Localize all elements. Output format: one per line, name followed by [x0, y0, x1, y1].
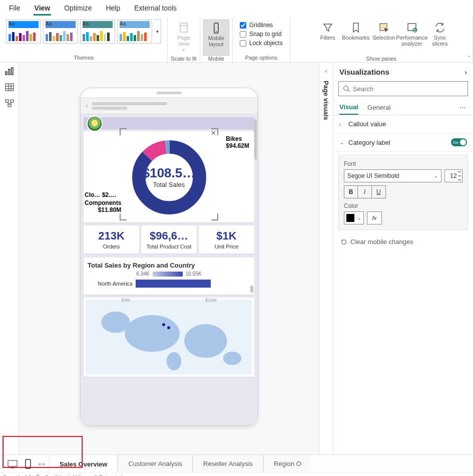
expand-icon[interactable]: › [464, 68, 467, 76]
theme-1[interactable]: Aa [6, 20, 41, 44]
page-tab-region[interactable]: Region O [263, 455, 311, 472]
region-card[interactable]: Total Sales by Region and Country 6.34K1… [84, 258, 254, 295]
selection-pane-button[interactable]: Selection [371, 20, 397, 56]
bold-button[interactable]: B [344, 186, 358, 198]
menu-view[interactable]: View [34, 2, 52, 16]
menu-bar: File View Optimize Help External tools [0, 0, 473, 18]
lock-checkbox[interactable]: Lock objects [240, 40, 283, 47]
main: ‹ ✕ Bikes$94.62M Clo… $2.… Components$11… [0, 63, 473, 454]
mobile-label: Mobile [208, 56, 224, 63]
theme-2[interactable]: Aa [43, 20, 78, 44]
region-legend: 6.34K10.55K [88, 271, 250, 277]
bookmark-icon [350, 22, 362, 34]
region-scrollbar[interactable] [250, 286, 253, 293]
report-view-icon[interactable] [5, 67, 15, 76]
filters-pane-button[interactable]: Filters [315, 20, 341, 56]
canvas: ‹ ✕ Bikes$94.62M Clo… $2.… Components$11… [19, 63, 319, 454]
bottom-bar: ◂ ▸ Sales Overview Customer Analysis Res… [0, 454, 473, 472]
data-view-icon[interactable] [5, 83, 15, 92]
svg-rect-26 [8, 460, 17, 466]
theme-3[interactable]: Aa [80, 20, 115, 44]
page-indicator: Page 1 of 8 [3, 474, 31, 477]
sync-slicers-button[interactable]: Sync slicers [427, 20, 453, 56]
phone-body[interactable]: ✕ Bikes$94.62M Clo… $2.… Components$11.8… [81, 114, 257, 425]
page-view-button[interactable]: Page view▾ [171, 20, 197, 56]
kpi-unit-price[interactable]: $1KUnit Price [199, 225, 254, 254]
section-category-label[interactable]: ⌄ Category label On [333, 133, 473, 152]
menu-optimize[interactable]: Optimize [63, 2, 93, 16]
page-prev[interactable]: ◂ [38, 461, 41, 466]
kpi-product-cost[interactable]: $96,6…Total Product Cost [141, 225, 197, 254]
page-tab-reseller[interactable]: Reseller Analysis [193, 455, 263, 472]
search-box[interactable] [338, 81, 468, 96]
category-label-body: Font Segoe UI Semibold⌄ 12 B I U Color ⌄… [338, 155, 468, 230]
theme-gallery-expand[interactable]: ▾ [154, 20, 161, 44]
map-pin [167, 326, 170, 329]
clear-mobile-changes[interactable]: Clear mobile changes [333, 233, 473, 251]
format-tabs: Visual General ⋯ [333, 100, 473, 115]
svg-line-25 [348, 90, 350, 92]
category-toggle[interactable]: On [451, 138, 467, 146]
desktop-view-icon[interactable] [7, 459, 18, 468]
menu-file[interactable]: File [8, 2, 22, 16]
svg-rect-17 [11, 100, 14, 102]
search-input[interactable] [353, 85, 463, 93]
visualizations-pane: Visualizations › Visual General ⋯ › Call… [333, 63, 473, 454]
mobile-phone-frame: ‹ ✕ Bikes$94.62M Clo… $2.… Components$11… [80, 88, 258, 426]
performance-pane-button[interactable]: Performance analyzer [399, 20, 425, 56]
kpi-orders[interactable]: 213KOrders [84, 225, 139, 254]
mobile-view-icon[interactable] [25, 459, 31, 469]
page-options-label: Page options [245, 55, 277, 62]
svg-rect-10 [12, 68, 13, 75]
tab-general[interactable]: General [367, 101, 390, 114]
mobile-icon [210, 22, 222, 34]
bookmarks-pane-button[interactable]: Bookmarks [343, 20, 369, 56]
menu-help[interactable]: Help [105, 2, 121, 16]
sync-icon [434, 22, 446, 34]
selection-handle[interactable] [120, 128, 127, 135]
page-visuals-label[interactable]: Page visuals [322, 81, 330, 120]
page-visuals-collapsed: ‹ Page visuals [319, 63, 333, 454]
filter-icon [322, 22, 334, 34]
map-card[interactable]: $0M$10M [84, 298, 254, 377]
page-tab-customer[interactable]: Customer Analysis [118, 455, 193, 472]
model-view-icon[interactable] [5, 99, 15, 108]
page-tab-sales[interactable]: Sales Overview [49, 455, 118, 472]
section-callout-value[interactable]: › Callout value [333, 115, 473, 133]
themes-label: Themes [74, 55, 94, 62]
header-placeholder [92, 102, 167, 110]
svg-rect-9 [9, 69, 10, 75]
chevron-down-icon: ⌄ [339, 139, 345, 146]
page-view-icon [178, 22, 190, 34]
chevron-right-icon: › [339, 121, 345, 127]
kpi-row: 213KOrders $96,6…Total Product Cost $1KU… [84, 225, 254, 254]
world-map [86, 300, 252, 375]
underline-button[interactable]: U [372, 186, 385, 198]
donut-card[interactable]: ✕ Bikes$94.62M Clo… $2.… Components$11.8… [84, 131, 254, 222]
show-panes-label: Show panes [366, 56, 397, 63]
back-icon: ‹ [86, 102, 88, 110]
snap-checkbox[interactable]: Snap to grid [240, 31, 283, 38]
svg-rect-11 [6, 84, 14, 91]
menu-external-tools[interactable]: External tools [133, 2, 178, 16]
map-axis: $0M$10M [84, 298, 254, 303]
font-label: Font [344, 160, 462, 167]
font-size-input[interactable]: 12 [444, 169, 462, 182]
color-label: Color [344, 202, 462, 209]
fx-button[interactable]: fx [367, 211, 382, 224]
ribbon-collapse[interactable]: ˆ [468, 55, 470, 61]
theme-4[interactable]: Aa [117, 20, 152, 44]
color-picker[interactable]: ⌄ [344, 211, 364, 224]
mobile-layout-button[interactable]: Mobile layout [203, 20, 229, 56]
font-select[interactable]: Segoe UI Semibold⌄ [344, 169, 441, 182]
selection-close[interactable]: ✕ [211, 129, 216, 137]
map-pin [162, 323, 165, 326]
svg-rect-16 [6, 100, 9, 102]
tab-visual[interactable]: Visual [339, 100, 358, 115]
page-next[interactable]: ▸ [43, 461, 45, 466]
region-bar-row: North America [88, 280, 250, 288]
collapse-icon[interactable]: ‹ [325, 68, 327, 75]
more-icon[interactable]: ⋯ [459, 104, 467, 111]
italic-button[interactable]: I [358, 186, 371, 198]
gridlines-checkbox[interactable]: Gridlines [240, 22, 283, 29]
